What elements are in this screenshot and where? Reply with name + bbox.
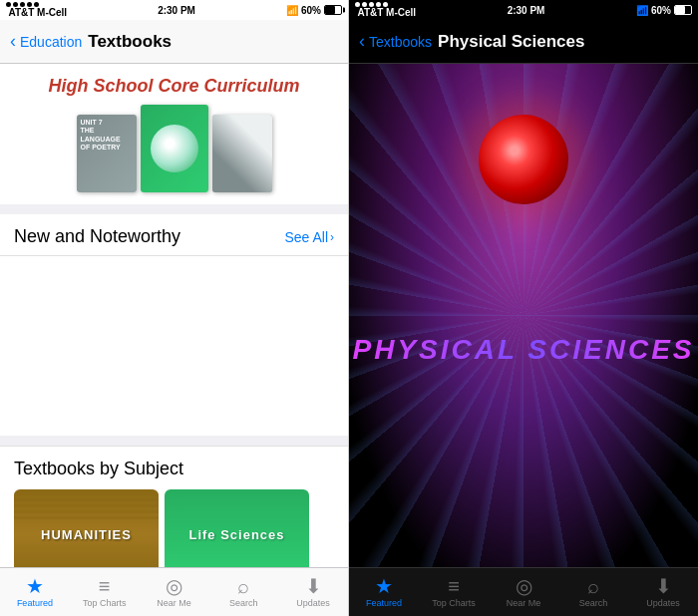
right-status-bar: AT&T M-Cell 2:30 PM 📶 60% [349,0,698,20]
left-tab-bar: ★ Featured ≡ Top Charts ◎ Near Me ⌕ Sear… [0,567,348,616]
left-page-title: Textbooks [88,32,172,52]
left-featured-label: Featured [17,598,53,608]
see-all-chevron-icon: › [330,230,334,244]
hero-books: UNIT 7THE LANGUAGEOF POETRY [77,105,272,192]
life-sciences-label: Life Sciences [188,527,284,542]
right-time: 2:30 PM [508,5,545,16]
humanities-label: HUMANITIES [41,527,132,542]
right-tab-near-me[interactable]: ◎ Near Me [489,568,558,616]
left-battery-pct: 60% [301,5,321,16]
left-tab-search[interactable]: ⌕ Search [208,568,278,616]
left-updates-icon: ⬇ [305,576,322,596]
see-all-button[interactable]: See All › [284,229,334,245]
right-page-title: Physical Sciences [438,32,584,52]
physical-plasma [479,115,568,204]
book-thumb-2[interactable] [141,105,208,192]
right-battery-pct: 60% [651,5,671,16]
right-carrier: AT&T M-Cell [355,2,416,18]
right-updates-label: Updates [646,598,680,608]
physical-hero[interactable]: PHYSICAL SCIENCES [349,64,698,567]
left-back-label: Education [20,34,82,50]
book-thumb-3[interactable] [212,115,272,192]
right-search-icon: ⌕ [587,576,599,596]
right-wifi-icon: 📶 [636,5,648,16]
physical-title: PHYSICAL SCIENCES [349,334,698,366]
right-tab-search[interactable]: ⌕ Search [558,568,628,616]
right-search-label: Search [579,598,608,608]
right-battery-area: 📶 60% [636,5,692,16]
see-all-label: See All [284,229,328,245]
left-back-button[interactable]: ‹ Education [10,31,82,52]
right-near-me-label: Near Me [507,598,541,608]
right-nav-bar: ‹ Textbooks Physical Sciences [349,20,698,64]
new-noteworthy-title: New and Noteworthy [14,226,180,247]
subject-section-title: Textbooks by Subject [14,459,334,479]
left-tab-top-charts[interactable]: ≡ Top Charts [70,568,140,616]
subject-books: HUMANITIES Life Sciences [14,489,334,567]
left-tab-updates[interactable]: ⬇ Updates [278,568,348,616]
left-status-bar: AT&T M-Cell 2:30 PM 📶 60% [0,0,348,20]
hero-title: High School Core Curriculum [48,76,299,97]
left-back-chevron-icon: ‹ [10,31,16,52]
left-search-label: Search [229,598,258,608]
left-search-icon: ⌕ [237,576,249,596]
right-back-button[interactable]: ‹ Textbooks [359,31,432,52]
right-back-chevron-icon: ‹ [359,31,365,52]
humanities-book[interactable]: HUMANITIES [14,489,159,567]
right-featured-icon: ★ [375,576,393,596]
right-near-me-icon: ◎ [516,576,532,596]
left-tab-near-me[interactable]: ◎ Near Me [140,568,209,616]
left-updates-label: Updates [296,598,330,608]
new-noteworthy-header: New and Noteworthy See All › [0,214,348,256]
right-battery-icon [674,5,692,15]
right-tab-featured[interactable]: ★ Featured [349,568,419,616]
left-near-me-icon: ◎ [166,576,182,596]
right-back-label: Textbooks [369,34,432,50]
left-carrier: AT&T M-Cell [6,2,67,18]
new-noteworthy-content [0,256,348,436]
left-nav-bar: ‹ Education Textbooks [0,20,348,64]
right-panel: AT&T M-Cell 2:30 PM 📶 60% ‹ Textbooks Ph… [349,0,698,616]
right-featured-label: Featured [366,598,402,608]
left-battery-icon [324,5,342,15]
right-tab-top-charts[interactable]: ≡ Top Charts [419,568,489,616]
right-tab-bar: ★ Featured ≡ Top Charts ◎ Near Me ⌕ Sear… [349,567,698,616]
left-featured-icon: ★ [26,576,44,596]
left-tab-featured[interactable]: ★ Featured [0,568,70,616]
subject-section: Textbooks by Subject HUMANITIES Life Sci… [0,446,348,567]
left-top-charts-label: Top Charts [83,598,127,608]
right-tab-updates[interactable]: ⬇ Updates [628,568,698,616]
left-time: 2:30 PM [158,5,195,16]
left-near-me-label: Near Me [157,598,191,608]
life-sciences-book[interactable]: Life Sciences [165,489,309,567]
left-panel: AT&T M-Cell 2:30 PM 📶 60% ‹ Education Te… [0,0,349,616]
left-content[interactable]: High School Core Curriculum UNIT 7THE LA… [0,64,348,567]
left-wifi-icon: 📶 [286,5,298,16]
right-top-charts-icon: ≡ [448,576,460,596]
left-top-charts-icon: ≡ [99,576,111,596]
book-thumb-1[interactable]: UNIT 7THE LANGUAGEOF POETRY [77,115,137,192]
right-updates-icon: ⬇ [655,576,672,596]
left-battery-area: 📶 60% [286,5,342,16]
hero-banner[interactable]: High School Core Curriculum UNIT 7THE LA… [0,64,348,204]
right-top-charts-label: Top Charts [432,598,476,608]
